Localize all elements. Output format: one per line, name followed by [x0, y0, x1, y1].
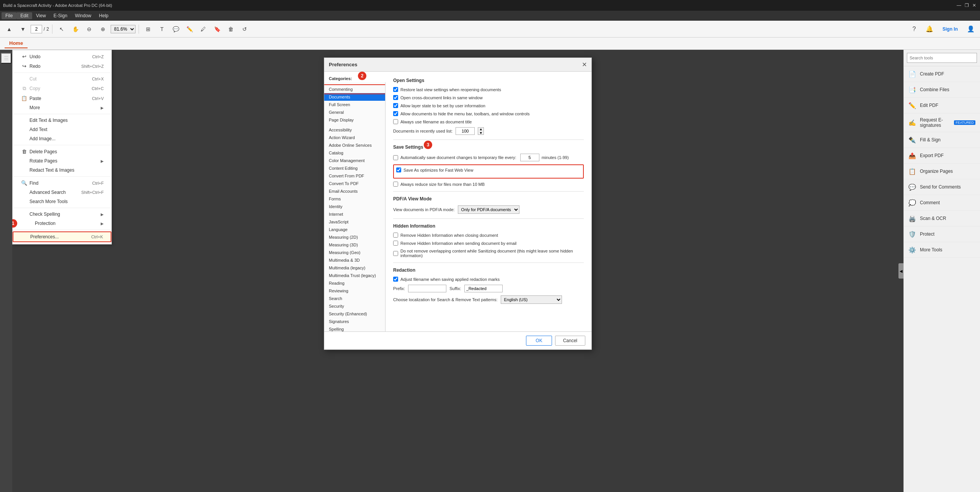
- dialog-close-btn[interactable]: ✕: [582, 61, 587, 68]
- menu-esign[interactable]: E-Sign: [50, 12, 71, 19]
- check-crossdoc-input[interactable]: [393, 95, 398, 100]
- category-security[interactable]: Security: [324, 302, 385, 310]
- highlight-btn[interactable]: 🖊: [197, 23, 209, 35]
- category-catalog[interactable]: Catalog: [324, 149, 385, 157]
- category-actionwizard[interactable]: Action Wizard: [324, 134, 385, 141]
- check-reducesize-input[interactable]: [393, 182, 398, 187]
- rotate-btn[interactable]: ↺: [238, 23, 251, 35]
- hand-tool-btn[interactable]: ✋: [69, 23, 82, 35]
- close-btn[interactable]: ✕: [972, 3, 977, 8]
- find-item[interactable]: 🔍 Find Ctrl+F: [13, 178, 111, 188]
- category-securityenhanced[interactable]: Security (Enhanced): [324, 310, 385, 318]
- category-forms[interactable]: Forms: [324, 195, 385, 203]
- undo-item[interactable]: ↩ Undo Ctrl+Z: [13, 52, 111, 61]
- profile-btn[interactable]: 👤: [965, 23, 977, 35]
- category-accessibility[interactable]: Accessibility: [324, 126, 385, 134]
- tool-combine-files[interactable]: 📑 Combine Files: [904, 82, 980, 98]
- pdfa-select[interactable]: Only for PDF/A documents Always Never: [458, 205, 519, 214]
- check-adjust-filename-input[interactable]: [393, 277, 398, 282]
- category-multimediatrust[interactable]: Multimedia Trust (legacy): [324, 272, 385, 279]
- tool-comment[interactable]: 💭 Comment: [904, 195, 980, 211]
- typewriter-btn[interactable]: T: [156, 23, 168, 35]
- select-tool-btn[interactable]: ↖: [56, 23, 68, 35]
- suffix-input[interactable]: [464, 285, 503, 292]
- zoom-in-btn[interactable]: ⊕: [97, 23, 109, 35]
- category-identity[interactable]: Identity: [324, 203, 385, 210]
- add-image-item[interactable]: Add Image...: [13, 134, 111, 143]
- category-colormanagement[interactable]: Color Management: [324, 157, 385, 164]
- category-multimedialegacy[interactable]: Multimedia (legacy): [324, 264, 385, 272]
- check-layerstate-input[interactable]: [393, 103, 398, 108]
- preferences-item[interactable]: Preferences... Ctrl+K: [13, 231, 111, 242]
- tool-send-comments[interactable]: 💬 Send for Comments: [904, 179, 980, 195]
- menu-help[interactable]: Help: [95, 12, 113, 19]
- home-tab-label[interactable]: Home: [5, 39, 28, 48]
- draw-btn[interactable]: ✏️: [183, 23, 196, 35]
- category-signatures[interactable]: Signatures: [324, 318, 385, 325]
- check-usefilename-input[interactable]: [393, 119, 398, 124]
- category-measuring3d[interactable]: Measuring (3D): [324, 241, 385, 249]
- category-commenting[interactable]: Commenting: [324, 85, 385, 93]
- check-hidemenu-input[interactable]: [393, 111, 398, 116]
- minimize-btn[interactable]: —: [956, 3, 962, 8]
- redact-item[interactable]: Redact Text & Images: [13, 166, 111, 175]
- category-search[interactable]: Search: [324, 295, 385, 302]
- page-input[interactable]: [31, 25, 42, 33]
- category-javascript[interactable]: JavaScript: [324, 218, 385, 226]
- category-measuring2d[interactable]: Measuring (2D): [324, 233, 385, 241]
- check-fastwebview-input[interactable]: [396, 167, 401, 172]
- category-multimedia3d[interactable]: Multimedia & 3D: [324, 256, 385, 264]
- check-autosave-input[interactable]: [393, 155, 398, 160]
- menu-view[interactable]: View: [32, 12, 50, 19]
- edit-text-images-item[interactable]: Edit Text & Images: [13, 116, 111, 125]
- add-text-item[interactable]: Add Text: [13, 125, 111, 134]
- category-pagedisplay[interactable]: Page Display: [324, 116, 385, 124]
- category-converttopdf[interactable]: Convert To PDF: [324, 180, 385, 187]
- category-internet[interactable]: Internet: [324, 210, 385, 218]
- sidebar-toggle-btn[interactable]: ☰: [1, 53, 11, 64]
- delete-btn[interactable]: 🗑: [225, 23, 237, 35]
- category-reading[interactable]: Reading: [324, 279, 385, 287]
- tool-create-pdf[interactable]: 📄 Create PDF: [904, 66, 980, 82]
- category-measuringgeo[interactable]: Measuring (Geo): [324, 249, 385, 256]
- delete-pages-item[interactable]: 🗑 Delete Pages: [13, 147, 111, 156]
- sign-in-btn[interactable]: Sign In: [939, 23, 962, 35]
- category-general[interactable]: General: [324, 108, 385, 116]
- category-reviewing[interactable]: Reviewing: [324, 287, 385, 295]
- autosave-minutes-input[interactable]: [520, 154, 539, 161]
- menu-file[interactable]: File: [2, 12, 16, 19]
- notify-btn[interactable]: 🔔: [923, 23, 936, 35]
- check-remove-email-input[interactable]: [393, 241, 398, 246]
- copy-item[interactable]: ⧉ Copy Ctrl+C: [13, 84, 111, 93]
- rotate-pages-item[interactable]: Rotate Pages ▶: [13, 156, 111, 166]
- category-emailaccounts[interactable]: Email Accounts: [324, 187, 385, 195]
- ok-button[interactable]: OK: [526, 336, 552, 346]
- comment-btn[interactable]: 💬: [170, 23, 182, 35]
- category-documents[interactable]: Documents: [324, 93, 385, 101]
- check-no-remove-overlap-input[interactable]: [393, 251, 398, 256]
- more-item[interactable]: More ▶: [13, 103, 111, 112]
- tool-scan-ocr[interactable]: 🖨️ Scan & OCR: [904, 211, 980, 226]
- category-spelling[interactable]: Spelling: [324, 325, 385, 331]
- check-restore-input[interactable]: [393, 87, 398, 92]
- protection-item[interactable]: 1 Protection ▶: [13, 219, 111, 228]
- menu-window[interactable]: Window: [71, 12, 95, 19]
- restore-btn[interactable]: ❐: [964, 3, 969, 8]
- cancel-button[interactable]: Cancel: [555, 336, 585, 346]
- tool-protect[interactable]: 🛡️ Protect: [904, 226, 980, 242]
- menu-edit[interactable]: Edit: [16, 12, 32, 19]
- spinner-updown[interactable]: ▲▼: [478, 127, 484, 135]
- cut-item[interactable]: Cut Ctrl+X: [13, 74, 111, 84]
- localization-select[interactable]: English (US) French German Spanish: [501, 295, 562, 304]
- check-remove-closing-input[interactable]: [393, 233, 398, 238]
- category-contentediting[interactable]: Content Editing: [324, 164, 385, 172]
- zoom-select[interactable]: 81.6% 50% 75% 100% 125% 150%: [111, 25, 136, 33]
- check-spelling-item[interactable]: Check Spelling ▶: [13, 210, 111, 219]
- category-adobeonline[interactable]: Adobe Online Services: [324, 141, 385, 149]
- page-up-btn[interactable]: ▲: [3, 23, 15, 35]
- tool-export-pdf[interactable]: 📤 Export PDF: [904, 148, 980, 164]
- search-tools-input[interactable]: [907, 53, 977, 63]
- recently-used-input[interactable]: [456, 127, 475, 135]
- tool-more-tools[interactable]: ⚙️ More Tools: [904, 242, 980, 258]
- stamp-btn[interactable]: 🔖: [211, 23, 223, 35]
